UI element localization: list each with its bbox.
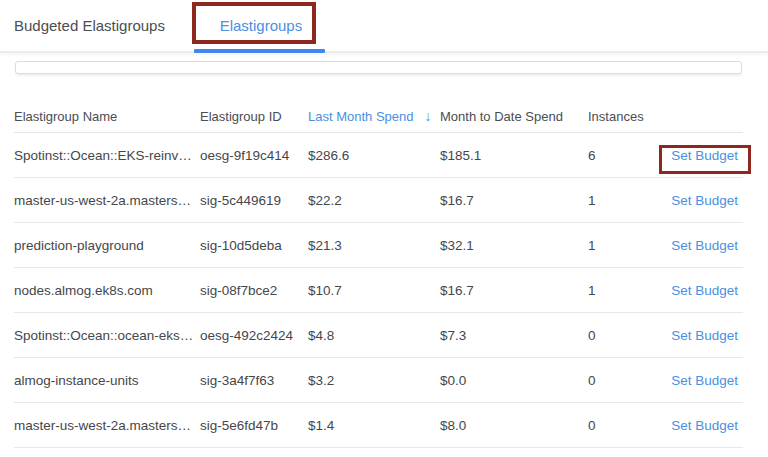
set-budget-link[interactable]: Set Budget (671, 238, 738, 253)
set-budget-link[interactable]: Set Budget (671, 193, 738, 208)
column-header-elastigroup-name[interactable]: Elastigroup Name (14, 109, 200, 124)
column-header-instances[interactable]: Instances (588, 109, 660, 124)
elastigroup-id: sig-5c449619 (200, 193, 308, 208)
sort-desc-arrow-icon[interactable]: ↓ (425, 108, 432, 124)
month-to-date-spend-value: $16.7 (440, 283, 588, 298)
column-header-elastigroup-id[interactable]: Elastigroup ID (200, 109, 308, 124)
month-to-date-spend-value: $16.7 (440, 193, 588, 208)
last-month-spend-value: $1.4 (308, 418, 440, 433)
table-header-row: Elastigroup Name Elastigroup ID Last Mon… (14, 100, 743, 133)
elastigroup-id: sig-08f7bce2 (200, 283, 308, 298)
month-to-date-spend-value: $185.1 (440, 148, 588, 163)
tab-elastigroups-wrap: Elastigroups (196, 17, 326, 35)
table-row: almog-instance-units sig-3a4f7f63 $3.2 $… (14, 358, 743, 403)
last-month-spend-value: $22.2 (308, 193, 440, 208)
set-budget-cell: Set Budget (671, 283, 743, 298)
filter-input[interactable] (15, 61, 742, 74)
table-row: master-us-west-2a.masters… sig-5c449619 … (14, 178, 743, 223)
elastigroup-id: oesg-492c2424 (200, 328, 308, 343)
last-month-spend-value: $4.8 (308, 328, 440, 343)
last-month-spend-value: $286.6 (308, 148, 440, 163)
instances-count: 1 (588, 283, 660, 298)
table-row: nodes.almog.ek8s.com sig-08f7bce2 $10.7 … (14, 268, 743, 313)
budget-dashboard-page: Budgeted Elastigroups Elastigroups Elast… (0, 0, 768, 457)
set-budget-link[interactable]: Set Budget (671, 283, 738, 298)
column-header-month-to-date-spend[interactable]: Month to Date Spend (440, 109, 588, 124)
instances-count: 6 (588, 148, 660, 163)
column-header-last-month-spend[interactable]: Last Month Spend↓ (308, 108, 440, 124)
last-month-spend-value: $10.7 (308, 283, 440, 298)
instances-count: 1 (588, 193, 660, 208)
set-budget-cell: Set Budget (671, 193, 743, 208)
instances-count: 0 (588, 328, 660, 343)
last-month-spend-value: $21.3 (308, 238, 440, 253)
set-budget-link[interactable]: Set Budget (671, 418, 738, 433)
elastigroup-name: master-us-west-2a.masters… (14, 193, 200, 208)
table-body: Spotinst::Ocean::EKS-reinv… oesg-9f19c41… (14, 133, 743, 448)
tab-elastigroups[interactable]: Elastigroups (220, 17, 303, 34)
elastigroups-table: Elastigroup Name Elastigroup ID Last Mon… (14, 100, 743, 448)
set-budget-cell: Set Budget (671, 373, 743, 388)
table-row: master-us-west-2a.masters… sig-5e6fd47b … (14, 403, 743, 448)
elastigroup-name: prediction-playground (14, 238, 200, 253)
set-budget-cell: Set Budget (671, 238, 743, 253)
last-month-spend-value: $3.2 (308, 373, 440, 388)
set-budget-cell: Set Budget (671, 148, 743, 163)
month-to-date-spend-value: $32.1 (440, 238, 588, 253)
set-budget-link[interactable]: Set Budget (671, 328, 738, 343)
set-budget-cell: Set Budget (671, 418, 743, 433)
set-budget-link[interactable]: Set Budget (671, 373, 738, 388)
table-row: Spotinst::Ocean::EKS-reinv… oesg-9f19c41… (14, 133, 743, 178)
tabs-bar: Budgeted Elastigroups Elastigroups (0, 0, 768, 53)
tab-budgeted-elastigroups[interactable]: Budgeted Elastigroups (14, 17, 165, 34)
active-tab-underline (194, 49, 325, 53)
table-row: prediction-playground sig-10d5deba $21.3… (14, 223, 743, 268)
set-budget-link[interactable]: Set Budget (671, 148, 738, 163)
instances-count: 0 (588, 373, 660, 388)
month-to-date-spend-value: $8.0 (440, 418, 588, 433)
instances-count: 1 (588, 238, 660, 253)
elastigroup-id: sig-3a4f7f63 (200, 373, 308, 388)
instances-count: 0 (588, 418, 660, 433)
elastigroup-name: Spotinst::Ocean::EKS-reinv… (14, 148, 200, 163)
column-header-last-month-spend-label: Last Month Spend (308, 109, 414, 124)
month-to-date-spend-value: $7.3 (440, 328, 588, 343)
elastigroup-name: master-us-west-2a.masters… (14, 418, 200, 433)
month-to-date-spend-value: $0.0 (440, 373, 588, 388)
elastigroup-id: oesg-9f19c414 (200, 148, 308, 163)
set-budget-cell: Set Budget (671, 328, 743, 343)
elastigroup-name: nodes.almog.ek8s.com (14, 283, 200, 298)
elastigroup-id: sig-10d5deba (200, 238, 308, 253)
elastigroup-id: sig-5e6fd47b (200, 418, 308, 433)
elastigroup-name: Spotinst::Ocean::ocean-eks… (14, 328, 200, 343)
table-row: Spotinst::Ocean::ocean-eks… oesg-492c242… (14, 313, 743, 358)
elastigroup-name: almog-instance-units (14, 373, 200, 388)
